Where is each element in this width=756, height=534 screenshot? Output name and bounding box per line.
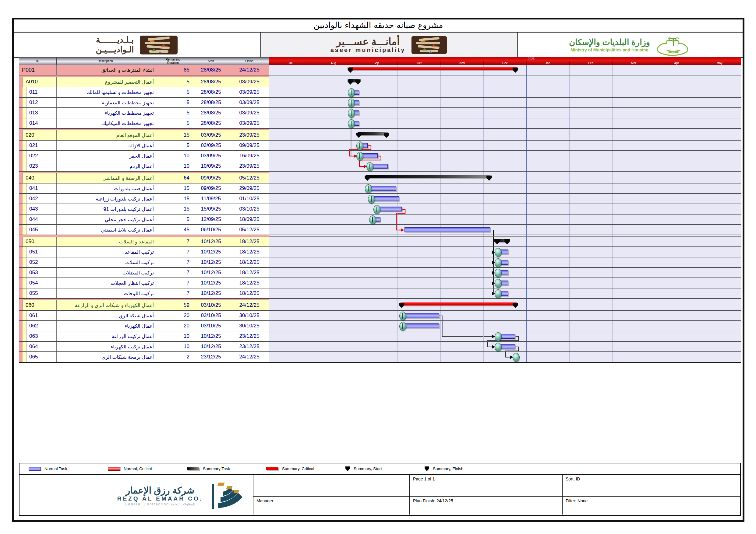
timeline-month-jan: Jan — [526, 61, 569, 65]
cell-activity-id: 064 — [19, 342, 57, 351]
description-text: أعمال برمجة شبكات الري — [101, 354, 154, 360]
cell-start-date: 06/10/25 — [192, 225, 230, 235]
timeline-month-feb: Feb — [569, 61, 612, 65]
row-separator — [269, 171, 741, 172]
cell-activity-id: 051 — [19, 247, 57, 257]
table-row: 062أعمال الكهرباء2003/10/2530/10/25 — [19, 321, 269, 331]
cell-start-date: 10/12/25 — [192, 247, 230, 257]
cell-finish-date: 23/12/25 — [230, 342, 269, 351]
table-row: 054تركيب انتظار العجلات710/12/2518/12/25 — [19, 278, 269, 289]
cell-description: أعمال الازالة — [57, 140, 154, 150]
cell-start-date: 03/10/25 — [192, 311, 230, 320]
legend-label: Summary, Start — [354, 467, 382, 471]
description-text: تجهيز مخططات و تسليمها للمالك — [87, 89, 154, 95]
cell-finish-date: 01/10/25 — [230, 194, 269, 204]
cell-start-date: 10/12/25 — [192, 331, 230, 341]
aseer-name: أمانـــة عســـير aseer municipality — [331, 37, 406, 54]
cell-finish-date: 03/09/25 — [230, 98, 269, 107]
cell-description: أعمال تركيب حجر محلي — [57, 215, 154, 224]
description-text: أعمال تركيب حجر محلي — [105, 216, 154, 222]
legend-finish-swatch-icon — [425, 467, 429, 471]
cell-activity-id: 023 — [19, 161, 57, 171]
cell-description: أعمال الكهرباء و شبكات الري و الزارعة — [57, 300, 154, 310]
cell-activity-id: 041 — [19, 184, 57, 193]
table-row: 041أعمال صب بلدورات1509/09/2529/09/25 — [19, 184, 269, 194]
table-row: 014تجهيز مخططات الميكانيك528/08/2503/09/… — [19, 118, 269, 129]
cell-start-date: 03/09/25 — [192, 151, 230, 161]
page-title: مشروع صيانة حديقة الشهداء بالواديين — [14, 19, 742, 31]
row-separator — [269, 267, 741, 268]
timeline-month-apr: Apr — [655, 61, 698, 65]
cell-remaining-duration: 10 — [154, 331, 192, 341]
cell-remaining-duration: 15 — [154, 184, 192, 193]
row-separator — [269, 173, 741, 173]
row-separator — [269, 331, 741, 331]
cell-activity-id: 050 — [19, 237, 57, 246]
row-separator — [269, 140, 741, 140]
cell-start-date: 23/12/25 — [192, 352, 230, 362]
row-separator — [269, 214, 741, 215]
cell-description: تجهيز مخططات الكهرباء — [57, 108, 154, 118]
wadiyin-name: بـلـديـــــــة الـواديـــيـن — [96, 35, 134, 54]
cell-finish-date: 18/12/25 — [230, 268, 269, 277]
cell-activity-id: 042 — [19, 194, 57, 204]
cell-description: أعمال تركيب بلدورات زراعية — [57, 194, 154, 204]
cell-remaining-duration: 7 — [154, 257, 192, 267]
column-header-description: Description — [57, 57, 154, 65]
cell-finish-date: 18/12/25 — [230, 289, 269, 298]
row-separator — [269, 150, 741, 151]
table-row: 053تركيب المضلات710/12/2518/12/25 — [19, 268, 269, 278]
table-row: A010أعمال التحضير للمشروع528/08/2503/09/… — [19, 77, 269, 87]
task-marker-oval-icon — [356, 141, 364, 150]
relationship-line — [491, 230, 495, 252]
cell-start-date: 03/09/25 — [192, 140, 230, 150]
cell-finish-date: 18/12/25 — [230, 257, 269, 267]
cell-activity-id: 061 — [19, 311, 57, 320]
cell-finish-date: 23/09/25 — [230, 130, 269, 140]
description-text: أعمال تركيب الكهرباء — [111, 344, 154, 350]
cell-description: تجهيز مخططات المعمارية — [57, 98, 154, 107]
row-separator — [269, 107, 741, 108]
table-row: 044أعمال تركيب حجر محلي512/09/2518/09/25 — [19, 215, 269, 225]
cell-start-date: 10/12/25 — [192, 257, 230, 267]
cell-remaining-duration: 85 — [154, 65, 192, 75]
task-marker-oval-icon — [495, 343, 502, 351]
cell-remaining-duration: 5 — [154, 77, 192, 87]
timeline-month-nov: Nov — [441, 61, 483, 65]
column-header-remaining-duration: Remaining Duration — [154, 57, 192, 65]
wadiyin-logo-icon — [139, 35, 178, 55]
task-marker-oval-icon — [495, 289, 502, 298]
row-separator — [269, 288, 741, 289]
cell-finish-date: 30/10/25 — [230, 311, 269, 320]
table-row: 040أعمال الرصفة و المماشي6409/09/2505/12… — [19, 173, 269, 184]
cell-start-date: 10/12/25 — [192, 237, 230, 246]
timeline-month-may: May — [698, 61, 741, 65]
legend-item: Normal Task — [29, 467, 108, 471]
cell-description: أعمال برمجة شبكات الري — [57, 352, 154, 362]
cell-start-date: 10/12/25 — [192, 342, 230, 351]
cell-description: أعمال تركيب بلاط اسمنتي — [57, 225, 154, 235]
legend-label: Summary Task — [203, 467, 230, 471]
description-text: أعمال تركيب بلدورات 91 — [104, 206, 154, 212]
task-bar — [400, 323, 439, 328]
column-header-id: ID — [19, 57, 57, 65]
description-text: أعمال تركيب بلاط اسمنتي — [101, 227, 154, 233]
cell-description: تركيب اللوحات — [57, 289, 154, 298]
row-separator — [269, 298, 741, 299]
cell-start-date: 28/08/25 — [192, 98, 230, 107]
table-row: 061أعمال شبكة الري2003/10/2530/10/25 — [19, 311, 269, 321]
description-text: تركيب المضلات — [122, 270, 154, 276]
table-row: 022أعمال الحفر1003/09/2516/09/25 — [19, 151, 269, 161]
cell-start-date: 28/08/25 — [192, 108, 230, 118]
column-header-finish: Finish — [230, 57, 269, 65]
cell-finish-date: 18/09/25 — [230, 215, 269, 224]
footer-box: شركة رزق الإعمار REZQ AL EMAAR CO. Gener… — [19, 475, 741, 516]
header-logo-band: بـلـديـــــــة الـواديـــيـن أمانـــة ع — [14, 33, 742, 58]
legend-item: Normal, Critical — [108, 467, 187, 471]
cell-finish-date: 05/12/25 — [230, 225, 269, 235]
timeline-month-sep: Sep — [355, 61, 398, 65]
description-text: أعمال الكهرباء و شبكات الري و الزارعة — [75, 302, 154, 308]
table-bottom-rule — [19, 362, 741, 363]
cell-remaining-duration: 10 — [154, 342, 192, 351]
cell-activity-id: A010 — [19, 77, 57, 87]
